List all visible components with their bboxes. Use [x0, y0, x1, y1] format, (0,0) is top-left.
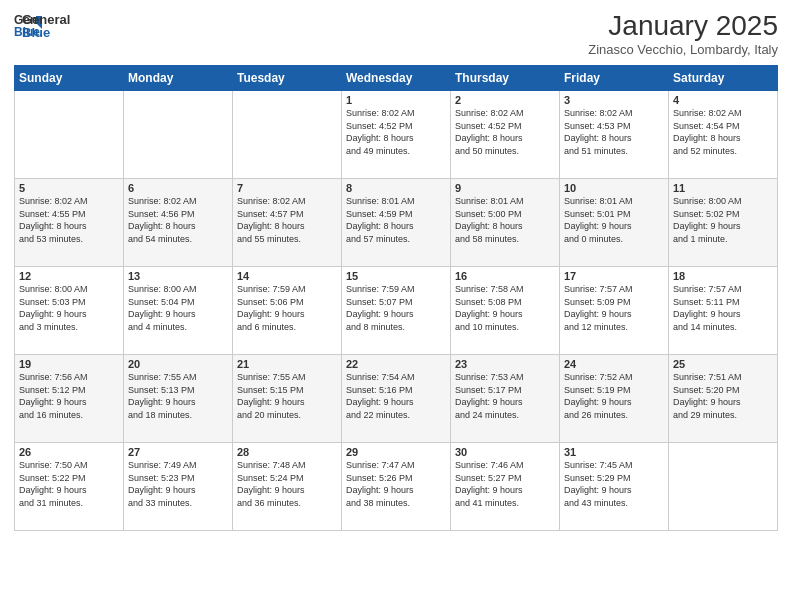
- day-info: Sunrise: 7:49 AM Sunset: 5:23 PM Dayligh…: [128, 459, 228, 509]
- calendar-cell: 18Sunrise: 7:57 AM Sunset: 5:11 PM Dayli…: [669, 267, 778, 355]
- day-info: Sunrise: 7:57 AM Sunset: 5:11 PM Dayligh…: [673, 283, 773, 333]
- day-info: Sunrise: 7:59 AM Sunset: 5:06 PM Dayligh…: [237, 283, 337, 333]
- day-info: Sunrise: 8:00 AM Sunset: 5:02 PM Dayligh…: [673, 195, 773, 245]
- weekday-header-saturday: Saturday: [669, 66, 778, 91]
- day-info: Sunrise: 7:52 AM Sunset: 5:19 PM Dayligh…: [564, 371, 664, 421]
- day-number: 13: [128, 270, 228, 282]
- weekday-header-sunday: Sunday: [15, 66, 124, 91]
- month-title: January 2025: [588, 10, 778, 42]
- calendar-cell: 29Sunrise: 7:47 AM Sunset: 5:26 PM Dayli…: [342, 443, 451, 531]
- calendar-cell: 24Sunrise: 7:52 AM Sunset: 5:19 PM Dayli…: [560, 355, 669, 443]
- calendar-cell: 4Sunrise: 8:02 AM Sunset: 4:54 PM Daylig…: [669, 91, 778, 179]
- calendar-header-row: SundayMondayTuesdayWednesdayThursdayFrid…: [15, 66, 778, 91]
- weekday-header-friday: Friday: [560, 66, 669, 91]
- day-number: 3: [564, 94, 664, 106]
- day-number: 11: [673, 182, 773, 194]
- calendar-cell: 13Sunrise: 8:00 AM Sunset: 5:04 PM Dayli…: [124, 267, 233, 355]
- location: Zinasco Vecchio, Lombardy, Italy: [588, 42, 778, 57]
- calendar-cell: 31Sunrise: 7:45 AM Sunset: 5:29 PM Dayli…: [560, 443, 669, 531]
- day-info: Sunrise: 8:02 AM Sunset: 4:55 PM Dayligh…: [19, 195, 119, 245]
- day-info: Sunrise: 8:01 AM Sunset: 4:59 PM Dayligh…: [346, 195, 446, 245]
- day-info: Sunrise: 7:56 AM Sunset: 5:12 PM Dayligh…: [19, 371, 119, 421]
- calendar-cell: [669, 443, 778, 531]
- calendar-cell: [233, 91, 342, 179]
- day-info: Sunrise: 7:55 AM Sunset: 5:13 PM Dayligh…: [128, 371, 228, 421]
- day-info: Sunrise: 7:54 AM Sunset: 5:16 PM Dayligh…: [346, 371, 446, 421]
- day-number: 23: [455, 358, 555, 370]
- calendar-cell: 16Sunrise: 7:58 AM Sunset: 5:08 PM Dayli…: [451, 267, 560, 355]
- calendar-cell: 27Sunrise: 7:49 AM Sunset: 5:23 PM Dayli…: [124, 443, 233, 531]
- calendar-cell: 28Sunrise: 7:48 AM Sunset: 5:24 PM Dayli…: [233, 443, 342, 531]
- day-info: Sunrise: 8:02 AM Sunset: 4:57 PM Dayligh…: [237, 195, 337, 245]
- day-number: 15: [346, 270, 446, 282]
- day-number: 17: [564, 270, 664, 282]
- day-info: Sunrise: 8:02 AM Sunset: 4:54 PM Dayligh…: [673, 107, 773, 157]
- day-info: Sunrise: 7:55 AM Sunset: 5:15 PM Dayligh…: [237, 371, 337, 421]
- page: General Blue General Blue January 2025 Z…: [0, 0, 792, 612]
- calendar-cell: 30Sunrise: 7:46 AM Sunset: 5:27 PM Dayli…: [451, 443, 560, 531]
- calendar-cell: [15, 91, 124, 179]
- day-number: 30: [455, 446, 555, 458]
- calendar-cell: 17Sunrise: 7:57 AM Sunset: 5:09 PM Dayli…: [560, 267, 669, 355]
- day-number: 26: [19, 446, 119, 458]
- calendar-cell: 6Sunrise: 8:02 AM Sunset: 4:56 PM Daylig…: [124, 179, 233, 267]
- calendar-cell: 10Sunrise: 8:01 AM Sunset: 5:01 PM Dayli…: [560, 179, 669, 267]
- calendar-cell: 23Sunrise: 7:53 AM Sunset: 5:17 PM Dayli…: [451, 355, 560, 443]
- day-number: 2: [455, 94, 555, 106]
- day-number: 14: [237, 270, 337, 282]
- calendar-cell: 3Sunrise: 8:02 AM Sunset: 4:53 PM Daylig…: [560, 91, 669, 179]
- calendar-cell: 9Sunrise: 8:01 AM Sunset: 5:00 PM Daylig…: [451, 179, 560, 267]
- day-number: 16: [455, 270, 555, 282]
- day-number: 27: [128, 446, 228, 458]
- day-number: 4: [673, 94, 773, 106]
- day-number: 22: [346, 358, 446, 370]
- calendar-table: SundayMondayTuesdayWednesdayThursdayFrid…: [14, 65, 778, 531]
- weekday-header-monday: Monday: [124, 66, 233, 91]
- day-info: Sunrise: 8:01 AM Sunset: 5:00 PM Dayligh…: [455, 195, 555, 245]
- day-info: Sunrise: 7:51 AM Sunset: 5:20 PM Dayligh…: [673, 371, 773, 421]
- calendar-cell: 14Sunrise: 7:59 AM Sunset: 5:06 PM Dayli…: [233, 267, 342, 355]
- day-number: 9: [455, 182, 555, 194]
- calendar-cell: 15Sunrise: 7:59 AM Sunset: 5:07 PM Dayli…: [342, 267, 451, 355]
- day-number: 28: [237, 446, 337, 458]
- calendar-cell: [124, 91, 233, 179]
- calendar-cell: 2Sunrise: 8:02 AM Sunset: 4:52 PM Daylig…: [451, 91, 560, 179]
- weekday-header-tuesday: Tuesday: [233, 66, 342, 91]
- day-info: Sunrise: 7:46 AM Sunset: 5:27 PM Dayligh…: [455, 459, 555, 509]
- calendar-cell: 26Sunrise: 7:50 AM Sunset: 5:22 PM Dayli…: [15, 443, 124, 531]
- day-info: Sunrise: 8:02 AM Sunset: 4:52 PM Dayligh…: [455, 107, 555, 157]
- day-number: 8: [346, 182, 446, 194]
- day-info: Sunrise: 7:50 AM Sunset: 5:22 PM Dayligh…: [19, 459, 119, 509]
- day-number: 5: [19, 182, 119, 194]
- day-number: 18: [673, 270, 773, 282]
- day-number: 7: [237, 182, 337, 194]
- day-info: Sunrise: 7:57 AM Sunset: 5:09 PM Dayligh…: [564, 283, 664, 333]
- title-block: January 2025 Zinasco Vecchio, Lombardy, …: [588, 10, 778, 57]
- weekday-header-thursday: Thursday: [451, 66, 560, 91]
- day-number: 12: [19, 270, 119, 282]
- day-number: 24: [564, 358, 664, 370]
- logo-blue: Blue: [22, 25, 70, 40]
- day-info: Sunrise: 7:47 AM Sunset: 5:26 PM Dayligh…: [346, 459, 446, 509]
- day-info: Sunrise: 7:53 AM Sunset: 5:17 PM Dayligh…: [455, 371, 555, 421]
- calendar-cell: 5Sunrise: 8:02 AM Sunset: 4:55 PM Daylig…: [15, 179, 124, 267]
- day-info: Sunrise: 8:02 AM Sunset: 4:52 PM Dayligh…: [346, 107, 446, 157]
- calendar-cell: 20Sunrise: 7:55 AM Sunset: 5:13 PM Dayli…: [124, 355, 233, 443]
- calendar-week-row: 26Sunrise: 7:50 AM Sunset: 5:22 PM Dayli…: [15, 443, 778, 531]
- day-number: 29: [346, 446, 446, 458]
- day-number: 21: [237, 358, 337, 370]
- logo: General Blue General Blue: [14, 10, 70, 40]
- day-info: Sunrise: 7:59 AM Sunset: 5:07 PM Dayligh…: [346, 283, 446, 333]
- day-info: Sunrise: 8:01 AM Sunset: 5:01 PM Dayligh…: [564, 195, 664, 245]
- calendar-cell: 11Sunrise: 8:00 AM Sunset: 5:02 PM Dayli…: [669, 179, 778, 267]
- day-info: Sunrise: 8:02 AM Sunset: 4:56 PM Dayligh…: [128, 195, 228, 245]
- day-number: 19: [19, 358, 119, 370]
- day-number: 1: [346, 94, 446, 106]
- day-info: Sunrise: 7:58 AM Sunset: 5:08 PM Dayligh…: [455, 283, 555, 333]
- calendar-cell: 8Sunrise: 8:01 AM Sunset: 4:59 PM Daylig…: [342, 179, 451, 267]
- calendar-week-row: 12Sunrise: 8:00 AM Sunset: 5:03 PM Dayli…: [15, 267, 778, 355]
- day-info: Sunrise: 8:00 AM Sunset: 5:03 PM Dayligh…: [19, 283, 119, 333]
- calendar-cell: 21Sunrise: 7:55 AM Sunset: 5:15 PM Dayli…: [233, 355, 342, 443]
- calendar-cell: 7Sunrise: 8:02 AM Sunset: 4:57 PM Daylig…: [233, 179, 342, 267]
- calendar-week-row: 5Sunrise: 8:02 AM Sunset: 4:55 PM Daylig…: [15, 179, 778, 267]
